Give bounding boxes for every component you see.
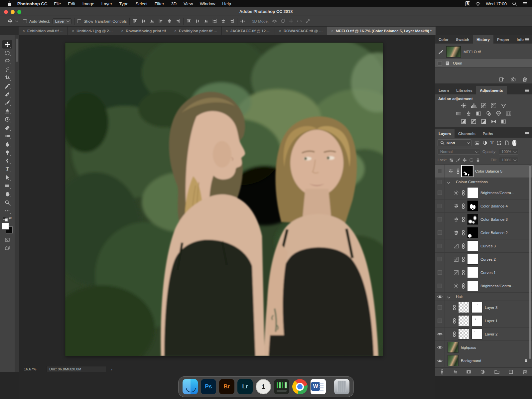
crop-tool[interactable] bbox=[2, 73, 12, 82]
adjustment-channel-icon[interactable] bbox=[496, 111, 501, 116]
distribute-d-vc-icon[interactable] bbox=[195, 19, 200, 24]
new-snapshot-icon[interactable] bbox=[511, 77, 516, 82]
align-al-b-icon[interactable] bbox=[150, 19, 155, 24]
layer-visibility-toggle[interactable] bbox=[435, 186, 445, 199]
layer-visibility-toggle[interactable] bbox=[435, 226, 445, 239]
layer-row[interactable]: Brightness/Contra... bbox=[435, 186, 532, 200]
layer-row[interactable]: Color Balance 3 bbox=[435, 213, 532, 226]
menu-item[interactable]: Image bbox=[82, 1, 94, 6]
marquee-tool[interactable] bbox=[2, 49, 12, 57]
move-tool-preset-icon[interactable] bbox=[8, 19, 13, 24]
roll-3d-icon[interactable] bbox=[280, 19, 285, 24]
layer-visibility-toggle[interactable] bbox=[435, 213, 445, 226]
word-dock-icon[interactable]: W bbox=[311, 379, 326, 394]
layer-row[interactable]: Color Balance 2 bbox=[435, 226, 532, 239]
layer-mask-thumbnail[interactable] bbox=[467, 187, 478, 198]
layer-visibility-toggle[interactable] bbox=[435, 178, 445, 186]
menu-item[interactable]: Edit bbox=[68, 1, 75, 6]
panel-tab[interactable]: Channels bbox=[455, 129, 479, 138]
filtering-toggle[interactable] bbox=[512, 140, 516, 146]
panel-tab[interactable]: Libraries bbox=[453, 86, 476, 94]
delete-state-icon[interactable] bbox=[522, 77, 527, 82]
layer-mask-thumbnail[interactable] bbox=[467, 254, 478, 265]
layer-thumbnail[interactable] bbox=[458, 329, 469, 339]
orb-3d-icon[interactable] bbox=[272, 19, 277, 24]
apple-logo-icon[interactable] bbox=[7, 1, 11, 6]
foreground-color-swatch[interactable] bbox=[2, 223, 9, 230]
align-al-l-icon[interactable] bbox=[158, 19, 163, 24]
adjustment-gradmap-icon[interactable] bbox=[491, 119, 496, 124]
history-brush-slot[interactable] bbox=[438, 61, 442, 66]
bridge-dock-icon[interactable]: Br bbox=[219, 379, 234, 394]
distribute-d-t-icon[interactable] bbox=[186, 19, 191, 24]
adjustment-invert-icon[interactable] bbox=[461, 119, 466, 124]
auto-select-checkbox[interactable] bbox=[23, 19, 27, 23]
layer-mask-thumbnail[interactable] bbox=[467, 240, 478, 251]
group-expand-chevron-icon[interactable] bbox=[447, 295, 451, 298]
menu-item[interactable]: Window bbox=[200, 1, 215, 6]
layer-row[interactable]: Layer 3 bbox=[435, 301, 532, 314]
eyedropper-tool[interactable] bbox=[2, 82, 12, 90]
layer-thumbnail[interactable] bbox=[458, 302, 469, 313]
slide-3d-icon[interactable] bbox=[297, 19, 302, 24]
history-brush-source-icon[interactable] bbox=[438, 50, 444, 55]
close-tab-icon[interactable]: × bbox=[226, 29, 228, 33]
menu-item[interactable]: Select bbox=[135, 1, 147, 6]
history-snapshot-thumbnail[interactable] bbox=[446, 46, 461, 58]
auto-select-target-dropdown[interactable]: Layer bbox=[53, 18, 72, 24]
adjustment-photo-filter-icon[interactable] bbox=[486, 111, 491, 116]
panel-tab[interactable]: Layers bbox=[435, 129, 455, 138]
document-tab[interactable]: × Untitled-1.jpg @ 2… bbox=[68, 27, 117, 35]
zoom-tool[interactable] bbox=[2, 198, 12, 206]
screen-mode-button[interactable] bbox=[2, 244, 12, 252]
group-expand-chevron-icon[interactable] bbox=[447, 180, 451, 184]
lasso-tool[interactable] bbox=[2, 57, 12, 65]
layer-row[interactable]: Color Balance 4 bbox=[435, 200, 532, 213]
menu-item[interactable]: File bbox=[54, 1, 61, 6]
wifi-icon[interactable] bbox=[475, 1, 480, 6]
layer-mask-thumbnail[interactable] bbox=[467, 280, 478, 291]
document-tab[interactable]: × Exhibiyion print.tif … bbox=[170, 27, 222, 35]
menu-clock[interactable]: Wed 17:00 bbox=[486, 1, 507, 6]
layer-mask-thumbnail[interactable] bbox=[462, 166, 473, 177]
layer-visibility-toggle[interactable] bbox=[435, 314, 445, 327]
layer-visibility-toggle[interactable] bbox=[435, 200, 445, 212]
adjustment-selective-icon[interactable] bbox=[501, 119, 506, 124]
layer-mask-thumbnail[interactable] bbox=[467, 227, 478, 238]
show-transform-checkbox[interactable] bbox=[77, 19, 81, 23]
trash-dock-icon[interactable] bbox=[334, 379, 349, 394]
pan-3d-icon[interactable] bbox=[289, 19, 294, 24]
adjustment-brightness-icon[interactable] bbox=[461, 103, 466, 108]
quick-select-tool[interactable] bbox=[2, 65, 12, 73]
menu-item[interactable]: 3D bbox=[171, 1, 177, 6]
document-tab[interactable]: × JACKFACE.tif @ 12.… bbox=[222, 27, 275, 35]
distribute-spacing-icon[interactable] bbox=[240, 19, 245, 24]
shape-tool[interactable] bbox=[2, 182, 12, 190]
align-al-hc-icon[interactable] bbox=[167, 19, 172, 24]
minimize-window-button[interactable] bbox=[11, 10, 15, 14]
gradient-tool[interactable] bbox=[2, 132, 12, 140]
canvas-area[interactable]: 16.67% Doc: 96.8M/320.0M › bbox=[19, 35, 435, 399]
panel-tab[interactable]: Swatch bbox=[452, 35, 473, 44]
type-tool[interactable]: T bbox=[2, 165, 12, 173]
layer-row[interactable]: Curves 1 bbox=[435, 266, 532, 279]
new-layer-icon[interactable] bbox=[508, 369, 513, 374]
close-tab-icon[interactable]: × bbox=[121, 29, 123, 33]
layer-row[interactable]: Background bbox=[435, 354, 532, 367]
lock-position-icon[interactable] bbox=[463, 158, 467, 162]
adjustment-bw-icon[interactable] bbox=[476, 111, 481, 116]
layer-style-icon[interactable]: fx bbox=[454, 370, 457, 374]
pen-tool[interactable] bbox=[2, 157, 12, 165]
notification-center-icon[interactable] bbox=[522, 1, 527, 6]
layer-visibility-toggle[interactable] bbox=[435, 165, 445, 178]
panel-tab[interactable]: Proper bbox=[493, 35, 513, 44]
status-chevron-icon[interactable]: › bbox=[111, 367, 112, 372]
status-b-app-icon[interactable]: B bbox=[465, 1, 470, 6]
zoom-level[interactable]: 16.67% bbox=[24, 367, 36, 371]
photoshop-dock-icon[interactable]: Ps bbox=[201, 379, 216, 394]
menu-item[interactable]: View bbox=[184, 1, 193, 6]
adjustment-levels-icon[interactable] bbox=[471, 103, 476, 108]
add-layer-mask-icon[interactable] bbox=[466, 369, 471, 374]
adjustment-hue-icon[interactable] bbox=[456, 111, 462, 116]
document-tab[interactable]: × ROWANFACE.tif @ … bbox=[275, 27, 327, 35]
